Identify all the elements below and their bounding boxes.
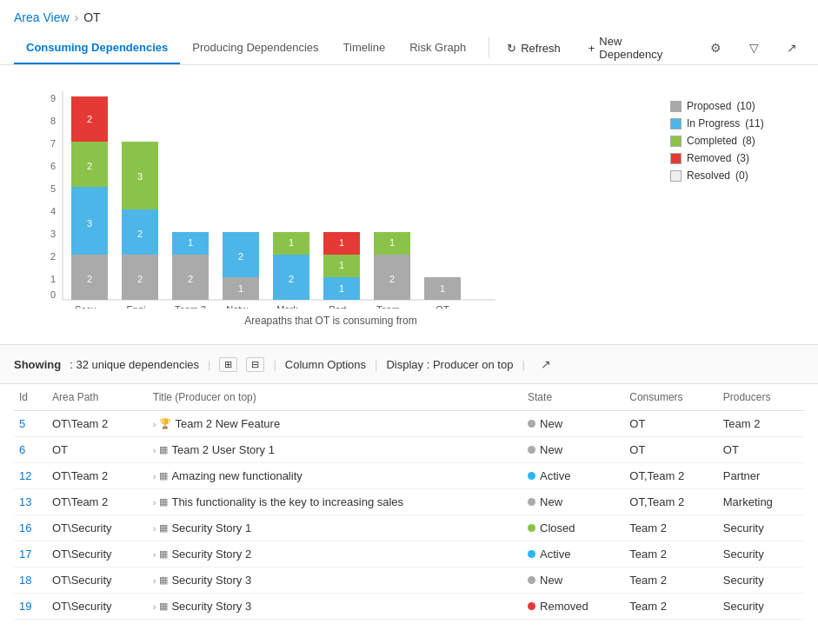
- state-text: New: [540, 443, 562, 456]
- svg-text:1: 1: [339, 283, 344, 294]
- breadcrumb-link[interactable]: Area View: [14, 10, 70, 24]
- row-icon-story: ▦: [159, 574, 168, 586]
- cell-id: 12: [14, 463, 47, 489]
- state-dot: [528, 524, 535, 532]
- legend-resolved-box: [670, 170, 682, 182]
- row-expand-icon[interactable]: ›: [153, 549, 156, 560]
- row-expand-icon[interactable]: ›: [153, 419, 156, 429]
- cell-consumers: OT,Team 2: [624, 489, 718, 515]
- svg-text:6: 6: [50, 161, 56, 171]
- legend-proposed-label: Proposed: [687, 100, 731, 112]
- state-text: New: [540, 417, 562, 430]
- svg-text:Team 2: Team 2: [175, 304, 206, 309]
- settings-icon[interactable]: ⚙: [703, 37, 728, 58]
- tab-consuming-dependencies[interactable]: Consuming Dependencies: [14, 32, 180, 64]
- svg-text:3: 3: [87, 218, 92, 229]
- svg-text:2: 2: [87, 114, 92, 124]
- svg-text:2: 2: [50, 251, 56, 262]
- showing-label: Showing: [14, 358, 61, 371]
- list-header: Showing : 32 unique dependencies | ⊞ ⊟ |…: [0, 344, 818, 384]
- state-text: Closed: [540, 521, 575, 534]
- id-link-19[interactable]: 19: [19, 600, 31, 613]
- id-link-5[interactable]: 5: [19, 417, 25, 430]
- state-dot: [528, 498, 535, 506]
- plus-icon: +: [589, 42, 595, 55]
- row-expand-icon[interactable]: ›: [153, 575, 156, 586]
- cell-area: OT\Security: [47, 541, 148, 568]
- row-expand-icon[interactable]: ›: [153, 445, 156, 455]
- expand-rows-icon[interactable]: ⊞: [219, 357, 237, 372]
- cell-consumers: Team 2: [624, 594, 718, 620]
- chart-legend: Proposed (10) In Progress (11) Completed…: [670, 83, 792, 187]
- legend-proposed-count: (10): [736, 100, 755, 112]
- id-link-16[interactable]: 16: [19, 521, 31, 534]
- row-expand-icon[interactable]: ›: [153, 471, 156, 481]
- row-title-text: Amazing new functionality: [171, 469, 302, 482]
- id-link-13[interactable]: 13: [19, 495, 31, 508]
- row-title-text: Security Story 3: [171, 574, 251, 587]
- cell-title: › 🏆 Team 2 New Feature: [148, 411, 522, 437]
- state-dot: [528, 472, 535, 480]
- table-row: 12 OT\Team 2 › ▦ Amazing new functionali…: [14, 463, 804, 489]
- row-expand-icon[interactable]: ›: [153, 601, 156, 612]
- collapse-rows-icon[interactable]: ⊟: [246, 357, 264, 372]
- svg-text:1: 1: [339, 237, 344, 248]
- svg-text:1: 1: [289, 237, 294, 248]
- sep3: |: [375, 358, 377, 371]
- cell-producers: Marketing: [718, 489, 804, 515]
- chart-area: 9 8 7 6 5 4 3 2 1 0 2 3 2 2: [26, 83, 635, 335]
- svg-text:Mark...: Mark...: [276, 304, 306, 309]
- refresh-button[interactable]: ↻ Refresh: [500, 38, 568, 58]
- cell-title: › ▦ This functionality is the key to inc…: [148, 489, 522, 515]
- new-dependency-button[interactable]: + New Dependency: [582, 31, 689, 64]
- row-title-text: Security Story 3: [171, 600, 251, 613]
- tab-producing-dependencies[interactable]: Producing Dependencies: [180, 32, 330, 64]
- row-icon-story: ▦: [159, 444, 168, 455]
- row-expand-icon[interactable]: ›: [153, 523, 156, 534]
- tab-risk-graph[interactable]: Risk Graph: [397, 32, 478, 64]
- filter-icon[interactable]: ▽: [742, 37, 766, 58]
- cell-state: Closed: [522, 515, 624, 541]
- tab-timeline[interactable]: Timeline: [331, 32, 398, 64]
- column-options-button[interactable]: Column Options: [285, 358, 366, 371]
- state-dot: [528, 602, 535, 610]
- col-area-path: Area Path: [47, 384, 148, 411]
- svg-text:1: 1: [389, 237, 395, 248]
- cell-state: Removed: [522, 594, 624, 620]
- dep-count: : 32 unique dependencies: [70, 358, 199, 371]
- svg-text:Netw...: Netw...: [226, 304, 256, 309]
- fullscreen-icon[interactable]: ↗: [534, 354, 558, 375]
- cell-area: OT\Team 2: [47, 411, 148, 437]
- svg-text:0: 0: [50, 289, 56, 300]
- row-expand-icon[interactable]: ›: [153, 497, 156, 508]
- new-dependency-label: New Dependency: [599, 35, 682, 61]
- svg-text:1: 1: [50, 274, 56, 284]
- id-link-12[interactable]: 12: [19, 469, 31, 482]
- svg-text:5: 5: [50, 183, 56, 194]
- expand-icon[interactable]: ↗: [780, 37, 804, 58]
- cell-state: Active: [522, 541, 624, 568]
- refresh-label: Refresh: [521, 42, 561, 55]
- cell-producers: Security: [718, 594, 804, 620]
- svg-text:8: 8: [50, 116, 56, 126]
- cell-id: 13: [14, 489, 47, 515]
- cell-consumers: Team 2: [624, 568, 718, 594]
- legend-removed-label: Removed: [687, 152, 731, 164]
- row-title-text: This functionality is the key to increas…: [171, 495, 403, 508]
- cell-title: › ▦ Amazing new functionality: [148, 463, 522, 489]
- id-link-6[interactable]: 6: [19, 443, 25, 456]
- svg-text:2: 2: [87, 161, 92, 171]
- id-link-18[interactable]: 18: [19, 574, 31, 587]
- id-link-17[interactable]: 17: [19, 548, 31, 561]
- row-icon-story: ▦: [159, 522, 168, 534]
- svg-text:1: 1: [238, 283, 243, 294]
- cell-area: OT\Security: [47, 515, 148, 541]
- cell-title: › ▦ Security Story 2: [148, 541, 522, 568]
- table-row: 19 OT\Security › ▦ Security Story 3 Remo…: [14, 594, 804, 620]
- sep1: |: [208, 358, 210, 371]
- sep4: |: [522, 358, 524, 371]
- table-wrap: Id Area Path Title (Producer on top) Sta…: [0, 384, 818, 620]
- table-header: Id Area Path Title (Producer on top) Sta…: [14, 384, 804, 411]
- state-text: New: [540, 574, 562, 587]
- row-title-text: Team 2 New Feature: [175, 417, 280, 430]
